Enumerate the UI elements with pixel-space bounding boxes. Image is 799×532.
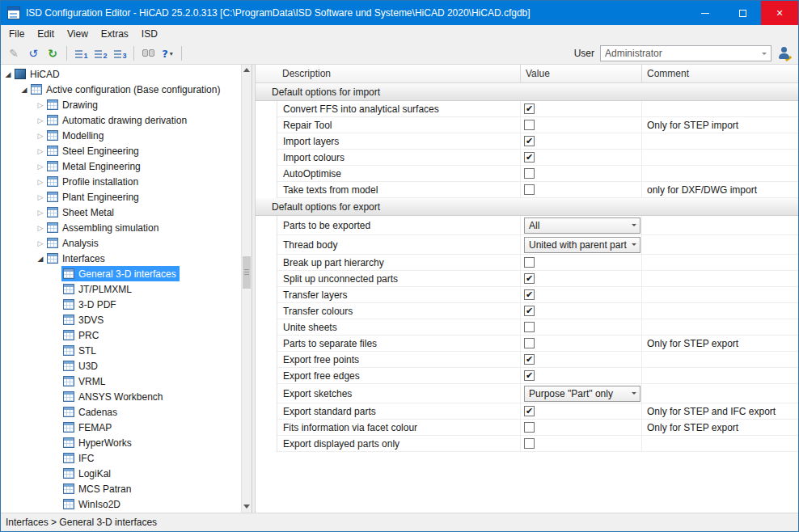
tree-item-content[interactable]: Sheet Metal (45, 205, 117, 220)
checkbox[interactable]: ✔ (524, 103, 535, 114)
tree-item-content[interactable]: STL (61, 343, 99, 358)
expander-collapsed-icon[interactable]: ▷ (36, 163, 45, 171)
expander-collapsed-icon[interactable]: ▷ (36, 101, 45, 109)
tree-item-content[interactable]: Assembling simulation (45, 220, 162, 235)
tree-item-content[interactable]: LogiKal (61, 466, 114, 481)
checkbox[interactable]: ✔ (524, 354, 535, 365)
column-header-comment[interactable]: Comment (642, 65, 798, 82)
tree-item-content[interactable]: Plant Engineering (45, 189, 142, 205)
checkbox[interactable] (524, 168, 535, 179)
tree-item-content[interactable]: Steel Engineering (45, 143, 142, 158)
column-header-description[interactable]: Description (256, 65, 521, 82)
expander-collapsed-icon[interactable]: ▷ (36, 132, 45, 140)
tree-item-jt-plmxml[interactable]: JT/PLMXML (1, 281, 240, 297)
expander-collapsed-icon[interactable]: ▷ (36, 147, 45, 155)
expand-to-level-1-button[interactable]: 1 (72, 44, 90, 62)
column-header-value[interactable]: Value (521, 65, 642, 82)
expander-collapsed-icon[interactable]: ▷ (36, 239, 45, 247)
checkbox[interactable] (524, 120, 535, 130)
expander-expanded-icon[interactable]: ◢ (3, 70, 13, 78)
menu-extras[interactable]: Extras (95, 27, 135, 41)
expander-collapsed-icon[interactable]: ▷ (36, 224, 45, 232)
tree-item-content[interactable]: Automatic drawing derivation (45, 112, 190, 128)
tree-item-automatic-drawing-derivation[interactable]: ▷Automatic drawing derivation (1, 112, 240, 128)
checkbox[interactable]: ✔ (524, 289, 535, 300)
refresh-button[interactable]: ↻ (44, 44, 61, 62)
scrollbar-thumb[interactable] (243, 256, 251, 289)
tree-item-content[interactable]: PRC (61, 327, 102, 343)
tree-item-ansys-workbench[interactable]: ANSYS Workbench (1, 389, 240, 404)
tree-item-plant-engineering[interactable]: ▷Plant Engineering (1, 189, 240, 205)
menu-file[interactable]: File (2, 27, 31, 41)
checkbox[interactable] (524, 338, 535, 348)
tree-item-stl[interactable]: STL (1, 343, 240, 358)
tree-item-content[interactable]: U3D (61, 358, 101, 374)
tree-item-hyperworks[interactable]: HyperWorks (1, 435, 240, 450)
scroll-down-icon[interactable] (242, 500, 252, 513)
tree-item-profile-installation[interactable]: ▷Profile installation (1, 174, 240, 189)
tree-item-content[interactable]: HyperWorks (61, 435, 135, 450)
expand-to-level-3-button[interactable]: 3 (111, 44, 129, 62)
tree-item-sheet-metal[interactable]: ▷Sheet Metal (1, 205, 240, 220)
tree-item-prc[interactable]: PRC (1, 327, 240, 343)
tree-item-femap[interactable]: FEMAP (1, 420, 240, 435)
tree-item-content[interactable]: Profile installation (45, 174, 142, 189)
tree-item-content[interactable]: Cadenas (61, 404, 120, 420)
chevron-down-icon[interactable] (758, 50, 771, 57)
tree-item-3-d-pdf[interactable]: 3-D PDF (1, 297, 240, 312)
user-permissions-icon[interactable] (777, 46, 792, 61)
tree-item-metal-engineering[interactable]: ▷Metal Engineering (1, 158, 240, 174)
dropdown[interactable]: Purpose "Part" only (524, 386, 640, 402)
chevron-down-icon[interactable] (628, 222, 640, 229)
tree-item-content[interactable]: 3-D PDF (61, 297, 120, 312)
tree-item-content[interactable]: Modelling (45, 128, 107, 143)
tree-item-content[interactable]: Active configuration (Base configuration… (29, 82, 223, 97)
help-button[interactable]: ?▾ (159, 44, 176, 62)
chevron-down-icon[interactable] (628, 390, 640, 397)
edit-button[interactable]: ✎ (5, 44, 23, 62)
minimize-button[interactable] (687, 1, 724, 25)
expander-expanded-icon[interactable]: ◢ (36, 255, 45, 263)
tree-item-content[interactable]: VRML (61, 374, 108, 389)
chevron-down-icon[interactable]: ▾ (170, 50, 173, 57)
checkbox[interactable]: ✔ (524, 406, 535, 416)
user-dropdown[interactable]: Administrator (600, 45, 772, 61)
tree-item-hicad[interactable]: ◢HiCAD (1, 66, 240, 82)
dropdown[interactable]: United with parent part (524, 237, 640, 253)
close-button[interactable]: ✕ (761, 1, 798, 25)
tree-item-content[interactable]: MCS Patran (61, 481, 134, 496)
tree-item-content[interactable]: Drawing (45, 97, 101, 112)
checkbox[interactable] (524, 422, 535, 433)
tree-item-u3d[interactable]: U3D (1, 358, 240, 374)
tree-item-content[interactable]: FEMAP (61, 420, 115, 435)
menu-edit[interactable]: Edit (31, 27, 61, 41)
group-header-default-options-for-import[interactable]: Default options for import (256, 83, 798, 101)
checkbox[interactable]: ✔ (524, 152, 535, 163)
scroll-up-icon[interactable] (242, 65, 252, 77)
tree-item-content[interactable]: General 3-D interfaces (61, 266, 180, 281)
expander-collapsed-icon[interactable]: ▷ (36, 116, 45, 125)
tree-item-content[interactable]: JT/PLMXML (61, 281, 135, 297)
tree-item-assembling-simulation[interactable]: ▷Assembling simulation (1, 220, 240, 235)
tree-item-content[interactable]: IFC (61, 450, 97, 466)
tree-item-content[interactable]: Metal Engineering (45, 158, 144, 174)
tree-item-cadenas[interactable]: Cadenas (1, 404, 240, 420)
expander-collapsed-icon[interactable]: ▷ (36, 178, 45, 186)
expander-collapsed-icon[interactable]: ▷ (36, 193, 45, 201)
maximize-button[interactable] (724, 1, 761, 25)
expand-to-level-2-button[interactable]: 2 (91, 44, 109, 62)
tree-item-content[interactable]: Analysis (45, 235, 102, 251)
tree-item-content[interactable]: Interfaces (45, 251, 108, 266)
expander-collapsed-icon[interactable]: ▷ (36, 209, 45, 217)
tree-item-mcs-patran[interactable]: MCS Patran (1, 481, 240, 496)
checkbox[interactable] (524, 322, 535, 332)
tree-item-content[interactable]: WinIso2D (61, 496, 124, 512)
tree-item-winiso2d[interactable]: WinIso2D (1, 496, 240, 512)
menu-isd[interactable]: ISD (135, 27, 164, 41)
menu-view[interactable]: View (61, 27, 95, 41)
tree-item-ifc[interactable]: IFC (1, 450, 240, 466)
checkbox[interactable]: ✔ (524, 306, 535, 316)
checkbox[interactable]: ✔ (524, 136, 535, 146)
checkbox[interactable] (524, 257, 535, 268)
checkbox[interactable]: ✔ (524, 273, 535, 284)
